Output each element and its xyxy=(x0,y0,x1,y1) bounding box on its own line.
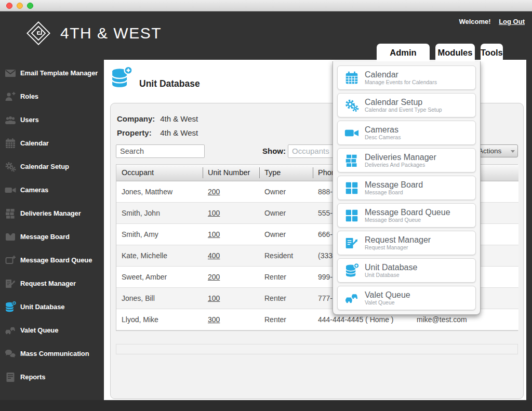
cameras-icon xyxy=(344,125,360,141)
unit-number-link[interactable]: 400 xyxy=(208,251,220,260)
occupant-cell: Sweet, Amber xyxy=(116,266,203,287)
sidebar-item[interactable]: Calendar xyxy=(0,131,104,155)
top-tab[interactable]: Tools xyxy=(481,44,503,61)
sidebar-item[interactable]: Users xyxy=(0,108,104,131)
unit-database-icon xyxy=(109,66,133,90)
unit-database-icon xyxy=(4,301,17,313)
modules-menu-item[interactable]: Calendar Manage Events for Calendars xyxy=(337,65,476,90)
company-label: Company: xyxy=(117,112,158,126)
calendar-setup-icon xyxy=(344,98,360,113)
sidebar-item[interactable]: Message Board Queue xyxy=(0,248,104,272)
type-cell: Resident xyxy=(259,245,313,266)
page-title: Unit Database xyxy=(139,78,200,89)
sidebar: Email Template Manager Roles Users Calen… xyxy=(0,61,104,389)
message-board-icon xyxy=(4,231,17,243)
type-cell: Renter xyxy=(259,266,313,287)
chevron-down-icon xyxy=(511,150,515,153)
unit-number-link[interactable]: 100 xyxy=(208,294,220,302)
roles-icon xyxy=(4,90,17,103)
occupant-cell: Llyod, Mike xyxy=(116,309,203,330)
sidebar-item[interactable]: Message Board xyxy=(0,225,104,248)
type-cell: Owner xyxy=(259,202,313,223)
unit-number-link[interactable]: 200 xyxy=(208,188,220,196)
sidebar-item[interactable]: Mass Communication xyxy=(0,342,104,365)
close-window-button[interactable] xyxy=(6,3,12,9)
cameras-icon xyxy=(4,184,17,196)
message-board-queue-icon xyxy=(4,254,17,267)
sidebar-item[interactable]: Deliveries Manager xyxy=(0,202,104,225)
modules-menu: Calendar Manage Events for Calendars Cal… xyxy=(332,61,481,315)
modules-menu-item[interactable]: Request Manager Request Manager xyxy=(337,231,476,255)
modules-menu-item[interactable]: Deliveries Manager Deliveries And Packag… xyxy=(337,148,476,173)
occupant-cell: Jones, Bill xyxy=(116,287,203,309)
modules-menu-item[interactable]: Cameras Desc Cameras xyxy=(337,121,476,145)
actions-select[interactable]: Actions xyxy=(475,144,518,157)
request-manager-icon xyxy=(4,277,17,290)
calendar-icon xyxy=(344,70,360,86)
property-value: 4th & West xyxy=(160,128,198,137)
valet-queue-icon xyxy=(4,324,17,337)
users-icon xyxy=(4,114,17,126)
occupant-cell: Smith, Amy xyxy=(116,223,203,245)
message-board-grid-icon xyxy=(344,208,360,223)
column-header[interactable]: Type xyxy=(259,165,313,181)
calendar-icon xyxy=(4,137,17,150)
unit-database-icon xyxy=(344,263,360,279)
brand-logo-icon xyxy=(26,21,51,46)
sidebar-item[interactable]: Roles xyxy=(0,85,104,108)
deliveries-manager-icon xyxy=(4,207,17,220)
show-label: Show: xyxy=(262,147,286,155)
brand-title: 4TH & WEST xyxy=(60,24,162,42)
minimize-window-button[interactable] xyxy=(17,3,23,9)
valet-queue-icon xyxy=(344,290,360,306)
top-tab[interactable]: Admin xyxy=(377,44,430,61)
brand: 4TH & WEST xyxy=(26,21,162,46)
window-titlebar xyxy=(0,0,532,11)
occupant-cell: Jones, Matthew xyxy=(116,181,203,202)
type-cell: Renter xyxy=(259,287,313,309)
table-footer xyxy=(116,344,518,354)
unit-number-link[interactable]: 300 xyxy=(208,315,220,324)
column-header[interactable]: Unit Number xyxy=(203,165,259,181)
deliveries-manager-icon xyxy=(344,153,360,168)
sidebar-item[interactable]: Unit Database xyxy=(0,295,104,319)
search-input[interactable] xyxy=(116,144,205,158)
sidebar-item[interactable]: Cameras xyxy=(0,178,104,202)
sidebar-item[interactable]: Request Manager xyxy=(0,272,104,295)
top-tab[interactable]: Modules xyxy=(435,44,475,61)
column-header[interactable]: Occupant xyxy=(116,165,203,181)
modules-menu-item[interactable]: Message Board Message Board xyxy=(337,176,476,200)
modules-menu-item[interactable]: Message Board Queue Message Board Queue xyxy=(337,203,476,228)
email-template-manager-icon xyxy=(4,67,17,79)
calendar-setup-icon xyxy=(4,161,17,173)
window-bottom-bar xyxy=(0,400,532,411)
type-cell: Owner xyxy=(259,181,313,202)
sidebar-item[interactable]: Calendar Setup xyxy=(0,155,104,178)
sidebar-item[interactable]: Valet Queue xyxy=(0,319,104,342)
occupant-cell: Smith, John xyxy=(116,202,203,223)
type-cell: Owner xyxy=(259,223,313,245)
modules-menu-item[interactable]: Calendar Setup Calendar and Event Type S… xyxy=(337,93,476,117)
modules-menu-item[interactable]: Valet Queue Valet Queue xyxy=(337,286,476,310)
modules-menu-item[interactable]: Unit Database Unit Database xyxy=(337,258,476,283)
message-board-grid-icon xyxy=(344,180,360,196)
company-value: 4th & West xyxy=(160,114,198,123)
property-label: Property: xyxy=(117,126,158,140)
type-cell: Renter xyxy=(259,309,313,330)
welcome-text: Welcome! xyxy=(459,18,490,25)
logout-link[interactable]: Log Out xyxy=(499,18,525,25)
sidebar-item[interactable]: Email Template Manager xyxy=(0,61,104,85)
zoom-window-button[interactable] xyxy=(27,3,33,9)
unit-number-link[interactable]: 200 xyxy=(208,273,220,281)
sidebar-item[interactable]: Reports xyxy=(0,365,104,389)
request-manager-icon xyxy=(344,235,360,251)
reports-icon xyxy=(4,371,17,383)
mass-communication-icon xyxy=(4,348,17,360)
top-tabs: Admin Modules Tools xyxy=(377,44,503,61)
unit-number-link[interactable]: 100 xyxy=(208,230,220,238)
unit-number-link[interactable]: 100 xyxy=(208,209,220,217)
occupant-cell: Kate, Michelle xyxy=(116,245,203,266)
